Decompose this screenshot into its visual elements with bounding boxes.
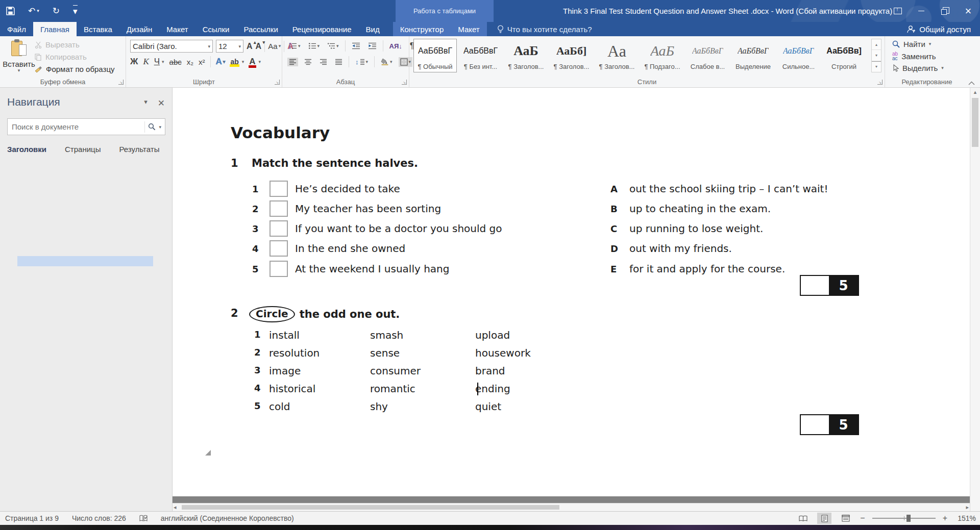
copy-button[interactable]: Копировать	[35, 53, 115, 61]
cut-button[interactable]: Вырезать	[35, 40, 115, 49]
word-option[interactable]: housework	[475, 347, 531, 359]
word-option[interactable]: smash	[370, 329, 403, 341]
paste-button[interactable]: Вставить ▾	[4, 39, 34, 82]
nav-tab-results[interactable]: Результаты	[119, 145, 159, 154]
answer-checkbox-4[interactable]	[270, 240, 288, 257]
style-subtle-emphasis[interactable]: АаБбВвГСлабое в...	[686, 39, 729, 72]
web-layout-button[interactable]	[839, 513, 853, 524]
answer-checkbox-2[interactable]	[270, 200, 288, 217]
minimize-button[interactable]	[910, 0, 933, 22]
word-option[interactable]: consumer	[370, 365, 421, 377]
tab-mailings[interactable]: Рассылки	[236, 22, 285, 36]
zoom-slider-thumb[interactable]	[906, 515, 911, 522]
tab-table-design[interactable]: Конструктор	[393, 22, 451, 36]
increase-indent-button[interactable]	[366, 41, 378, 51]
change-case-button[interactable]: Аа▾	[268, 42, 281, 51]
answer-checkbox-5[interactable]	[270, 261, 288, 277]
style-intense-emphasis[interactable]: АаБбВвГСильное...	[777, 39, 820, 72]
navigation-options-caret-icon[interactable]: ▾	[144, 98, 148, 109]
align-left-button[interactable]	[287, 58, 298, 66]
font-dialog-launcher[interactable]	[275, 80, 280, 85]
tab-file[interactable]: Файл	[0, 22, 33, 36]
replace-button[interactable]: abac Заменить	[892, 52, 944, 61]
styles-scroll-down-icon[interactable]: ▾	[872, 50, 881, 61]
tab-home[interactable]: Главная	[33, 22, 77, 36]
justify-button[interactable]	[333, 58, 344, 66]
horizontal-scrollbar[interactable]: ◂ ▸	[173, 503, 970, 511]
bold-button[interactable]: Ж	[130, 57, 138, 67]
strikethrough-button[interactable]: abc	[169, 58, 182, 66]
word-option[interactable]: shy	[370, 400, 388, 413]
word-option[interactable]: sense	[370, 347, 400, 359]
nav-selected-heading-highlight[interactable]	[17, 256, 153, 266]
ribbon-display-options-button[interactable]	[886, 0, 910, 22]
style-subtitle[interactable]: АаБ¶ Подзаго...	[641, 39, 684, 72]
format-painter-button[interactable]: Формат по образцу	[35, 65, 115, 73]
decrease-indent-button[interactable]	[350, 41, 362, 51]
styles-scroll-up-icon[interactable]: ▴	[872, 39, 881, 50]
redo-button[interactable]: ↻	[53, 6, 60, 16]
clipboard-dialog-launcher[interactable]	[118, 80, 124, 85]
paragraph-dialog-launcher[interactable]	[402, 80, 407, 85]
share-button[interactable]: Общий доступ	[901, 22, 976, 36]
vertical-scrollbar[interactable]: ▴	[970, 88, 980, 511]
score-blank-cell[interactable]	[801, 415, 829, 434]
style-no-spacing[interactable]: АаБбВвГ¶ Без инт...	[459, 39, 502, 72]
font-size-combo[interactable]: 12 ▾	[216, 40, 243, 53]
text-effects-button[interactable]: А▾	[216, 57, 226, 67]
word-option[interactable]: install	[269, 329, 300, 341]
language-indicator[interactable]: английский (Соединенное Королевство)	[161, 514, 294, 522]
word-option[interactable]: cold	[269, 400, 290, 413]
styles-gallery-expand-icon[interactable]: ▾	[872, 61, 881, 72]
scroll-right-icon[interactable]: ▸	[966, 504, 969, 511]
proofing-icon[interactable]	[139, 515, 148, 522]
score-blank-cell[interactable]	[801, 276, 829, 295]
undo-button[interactable]: ↶ ▾	[28, 6, 39, 16]
font-color-button[interactable]: А	[249, 57, 255, 67]
tab-layout[interactable]: Макет	[159, 22, 195, 36]
answer-checkbox-1[interactable]	[270, 181, 288, 197]
close-button[interactable]: ×	[957, 0, 980, 22]
superscript-button[interactable]: x²	[199, 58, 205, 66]
zoom-level[interactable]: 151%	[954, 514, 976, 522]
search-input[interactable]	[8, 122, 144, 131]
grow-font-button[interactable]: А▴	[247, 42, 253, 51]
font-name-combo[interactable]: Calibri (Заго. ▾	[130, 40, 213, 53]
search-icon[interactable]	[145, 123, 159, 131]
word-option[interactable]: upload	[475, 329, 510, 341]
multilevel-list-button[interactable]: ▾	[326, 41, 340, 51]
customize-qat-button[interactable]: ▾	[73, 5, 78, 17]
underline-button[interactable]: Ч	[154, 57, 160, 67]
style-title[interactable]: Аа¶ Заголов...	[595, 39, 639, 72]
navigation-close-icon[interactable]: ✕	[158, 98, 165, 109]
save-button[interactable]	[6, 7, 15, 15]
tab-table-layout[interactable]: Макет	[451, 22, 486, 36]
vertical-scroll-thumb[interactable]	[972, 98, 978, 147]
style-emphasis[interactable]: АаБбВвГВыделение	[731, 39, 775, 72]
style-strong[interactable]: АаБбВв]Строгий	[822, 39, 866, 72]
scroll-up-icon[interactable]: ▴	[970, 89, 980, 95]
tab-design[interactable]: Дизайн	[119, 22, 159, 36]
sort-button[interactable]: АЯ↓	[388, 41, 404, 51]
tell-me-box[interactable]: Что вы хотите сделать?	[490, 22, 599, 36]
word-option[interactable]: historical	[269, 383, 315, 395]
word-option[interactable]: romantic	[370, 383, 415, 395]
collapse-ribbon-button[interactable]	[968, 81, 975, 85]
tab-references[interactable]: Ссылки	[195, 22, 237, 36]
italic-button[interactable]: К	[143, 57, 149, 67]
zoom-slider[interactable]	[872, 518, 936, 519]
bullets-button[interactable]: ▾	[287, 41, 302, 51]
tab-review[interactable]: Рецензирование	[285, 22, 359, 36]
shading-button[interactable]: ▾	[379, 57, 394, 66]
styles-dialog-launcher[interactable]	[877, 80, 883, 85]
word-count[interactable]: Число слов: 226	[72, 514, 126, 522]
restore-button[interactable]	[933, 0, 957, 22]
style-normal[interactable]: АаБбВвГ¶ Обычный	[413, 39, 457, 72]
word-option[interactable]: brand	[475, 365, 505, 377]
nav-tab-headings[interactable]: Заголовки	[7, 145, 46, 154]
zoom-out-button[interactable]: −	[860, 514, 865, 523]
subscript-button[interactable]: x₂	[187, 58, 193, 66]
scroll-left-icon[interactable]: ◂	[174, 504, 177, 511]
horizontal-scroll-thumb[interactable]	[182, 505, 559, 510]
style-heading2[interactable]: АаБб]¶ Заголов...	[550, 39, 593, 72]
